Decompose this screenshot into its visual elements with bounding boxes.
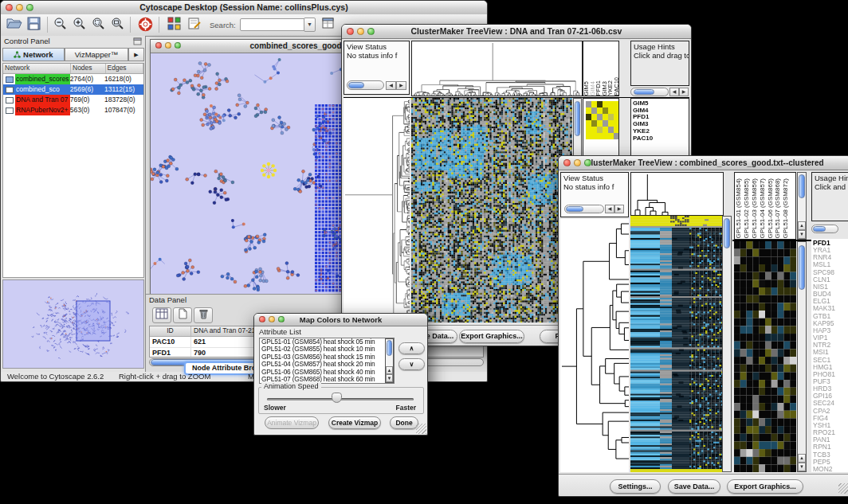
gene-label[interactable]: MON2 <box>811 466 848 472</box>
attribute-list[interactable]: GPL51-01 (GSM854) heat shock 05 minGPL51… <box>259 338 395 384</box>
zoom-in-button[interactable] <box>71 17 88 33</box>
settings-button[interactable]: Settings... <box>610 479 661 494</box>
delete-attribute-button[interactable] <box>194 307 213 323</box>
column-label[interactable]: GPL51-03 (GSM856) <box>751 178 759 239</box>
close-button[interactable] <box>155 42 162 49</box>
animate-vizmap-button[interactable]: Animate Vizmap <box>265 416 319 429</box>
scroll-up-arrow[interactable]: ▲ <box>798 454 806 463</box>
scroll-right-arrow[interactable]: ▶ <box>396 81 406 90</box>
network-list-row[interactable]: combined_sco 2569(6) 13112(15) <box>3 84 143 95</box>
scrollbar-thumb[interactable] <box>566 206 583 212</box>
list-vscrollbar[interactable]: ▲ ▼ <box>385 338 394 383</box>
export-graphics-button[interactable]: Export Graphics... <box>727 479 803 494</box>
network-list-row[interactable]: combined_scores 2764(0) 16218(0) <box>3 74 143 84</box>
search-dropdown-arrow[interactable]: ▼ <box>304 18 316 32</box>
network-overview[interactable] <box>2 279 144 369</box>
cytoscape-titlebar[interactable]: Cytoscape Desktop (Session Name: collins… <box>1 1 487 15</box>
tv2-column-dendrogram[interactable] <box>630 172 724 216</box>
create-vizmap-button[interactable]: Create Vizmap <box>328 416 381 429</box>
zoom-fit-button[interactable] <box>109 17 127 33</box>
scroll-right-arrow[interactable]: ▶ <box>679 88 689 96</box>
zoom-button[interactable] <box>367 28 375 35</box>
tv2-heatmap[interactable] <box>630 216 722 472</box>
minimize-button[interactable] <box>574 159 581 166</box>
tv1-zoom-heatmap[interactable] <box>586 101 619 139</box>
zoom-button[interactable] <box>175 42 181 49</box>
scrollbar-thumb[interactable] <box>813 226 826 232</box>
close-button[interactable] <box>259 316 265 322</box>
column-label[interactable]: GPL51-08 (GSM872) <box>782 178 790 239</box>
zoom-out-button[interactable] <box>52 17 69 33</box>
tv1-column-labels[interactable]: GIM5GIM4PFD1GIM3YKE2PAC10 <box>583 41 619 96</box>
tv2-label-vscrollbar[interactable]: ▲ ▼ <box>797 172 807 240</box>
zoom-selected-button[interactable] <box>90 17 108 33</box>
zoom-button[interactable] <box>26 4 33 11</box>
resize-grip[interactable] <box>416 424 426 434</box>
minimize-button[interactable] <box>16 4 23 11</box>
scroll-up-arrow[interactable]: ▲ <box>386 366 393 374</box>
usage-hints-scrollbar[interactable] <box>811 225 838 233</box>
close-button[interactable] <box>563 159 571 166</box>
close-button[interactable] <box>6 4 13 11</box>
view-status-scrollbar[interactable] <box>564 205 604 213</box>
attribute-browser-button[interactable] <box>320 17 337 33</box>
usage-hints-scrollbar[interactable] <box>630 88 669 96</box>
column-label[interactable]: GPL51-06 (GSM865) <box>767 178 775 239</box>
move-down-button[interactable]: ∨ <box>398 358 425 370</box>
resize-grip[interactable] <box>838 483 848 494</box>
close-button[interactable] <box>347 28 354 35</box>
scroll-down-arrow[interactable]: ▼ <box>386 374 393 382</box>
slider-thumb[interactable] <box>332 393 342 403</box>
col-edges[interactable]: Edges <box>106 64 143 73</box>
column-label[interactable]: GPL51-04 (GSM857) <box>759 178 767 239</box>
column-label[interactable]: GPL51-01 (GSM854) <box>735 178 743 239</box>
network-overview-canvas[interactable] <box>3 280 143 368</box>
tv1-row-dendrogram[interactable] <box>344 98 410 322</box>
new-attribute-button[interactable] <box>173 307 192 323</box>
scrollbar-thumb[interactable] <box>634 89 654 95</box>
scrollbar-thumb[interactable] <box>575 101 580 136</box>
tv2-zoom-vscrollbar[interactable]: ▲ ▼ <box>797 241 807 472</box>
export-graphics-button[interactable]: Export Graphics... <box>459 330 524 343</box>
select-attributes-button[interactable] <box>152 307 171 323</box>
column-label[interactable]: GPL51-07 (GSM868) <box>774 178 782 239</box>
search-input[interactable] <box>240 18 305 31</box>
scroll-left-arrow[interactable]: ◀ <box>669 88 679 96</box>
col-nodes[interactable]: Nodes <box>71 64 106 73</box>
scroll-down-arrow[interactable]: ▼ <box>798 230 806 239</box>
row-label[interactable]: PAC10 <box>631 135 689 143</box>
scroll-up-arrow[interactable]: ▲ <box>798 221 806 230</box>
done-button[interactable]: Done <box>390 416 418 429</box>
treeview1-titlebar[interactable]: ClusterMaker TreeView : DNA and Tran 07-… <box>342 25 691 39</box>
scroll-down-arrow[interactable]: ▼ <box>798 463 806 471</box>
tv1-heatmap[interactable] <box>411 98 572 322</box>
tab-overflow-button[interactable]: ▶ <box>128 48 144 61</box>
col-network[interactable]: Network <box>3 64 71 73</box>
zoom-button[interactable] <box>278 316 285 322</box>
dialog-titlebar[interactable]: Map Colors to Network <box>254 314 427 326</box>
minimize-button[interactable] <box>269 316 275 322</box>
tv2-gene-labels[interactable]: PFD1YRA1RNR4MSL1SPC98CLN1NIS1BUD4ELG1MAK… <box>811 239 848 472</box>
network-list-row[interactable]: RNAPuberNov2+ 563(0) 107847(0) <box>3 105 143 115</box>
tv2-zoom-heatmap[interactable] <box>734 241 796 472</box>
scroll-right-arrow[interactable]: ▶ <box>614 205 624 213</box>
vizmapper-button[interactable] <box>165 17 183 33</box>
float-panel-icon[interactable] <box>133 37 142 45</box>
view-status-scrollbar[interactable] <box>347 80 384 90</box>
network-list-row[interactable]: DNA and Tran 07 769(0) 183728(0) <box>3 95 143 105</box>
annotation-button[interactable] <box>186 17 203 33</box>
scroll-left-arrow[interactable]: ◀ <box>605 205 614 213</box>
tab-vizmapper[interactable]: VizMapper™ <box>65 48 128 61</box>
col-id[interactable]: ID <box>150 326 191 336</box>
move-up-button[interactable]: ∧ <box>398 342 425 354</box>
save-data-button[interactable]: Save Data... <box>668 479 720 494</box>
column-label[interactable]: GPL51-02 (GSM855) <box>743 178 751 239</box>
zoom-button[interactable] <box>584 159 591 166</box>
scrollbar-thumb[interactable] <box>348 82 364 88</box>
tv2-heatmap-vscrollbar[interactable] <box>722 216 732 472</box>
tv1-column-dendrogram[interactable] <box>411 41 583 96</box>
save-button[interactable] <box>25 17 42 33</box>
column-label[interactable]: PAC10 <box>614 77 619 96</box>
scrollbar-thumb[interactable] <box>799 174 805 198</box>
help-button[interactable] <box>136 17 154 33</box>
